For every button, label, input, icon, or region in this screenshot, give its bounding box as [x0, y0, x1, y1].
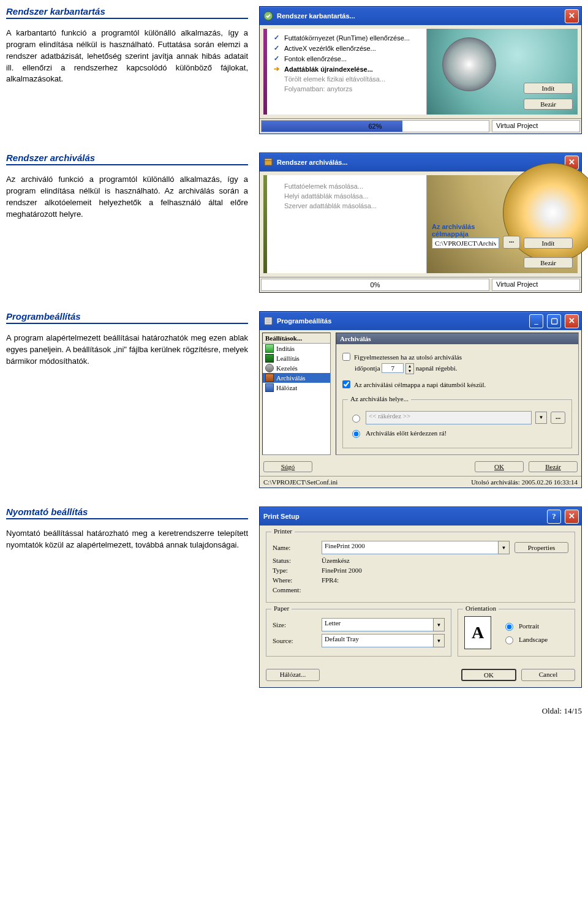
chevron-down-icon[interactable]: ▼ [498, 541, 510, 554]
section-maintenance: Rendszer karbantartás A karbantartó funk… [6, 6, 582, 134]
statusbar: C:\VPROJECT\SetConf.ini Utolsó archiválá… [260, 476, 581, 488]
start-button[interactable]: Indít [524, 238, 573, 249]
paper-source-select[interactable]: Default Tray ▼ [322, 634, 445, 647]
list-item: Szerver adattáblák másolása... [267, 201, 426, 211]
tree-item-start[interactable]: Indítás [263, 344, 330, 353]
path-input[interactable] [432, 238, 499, 249]
chevron-down-icon[interactable]: ▼ [433, 618, 445, 631]
archive-icon [265, 374, 274, 382]
close-icon[interactable]: ✕ [565, 9, 579, 23]
archive-window: Rendszer archiválás... ✕ Futtatóelemek m… [259, 153, 582, 293]
group-legend: Paper [271, 605, 292, 612]
paper-group: Paper Size: Letter ▼ Source: Default Tra [266, 609, 451, 657]
start-button[interactable]: Indít [524, 83, 573, 94]
radio-fixed[interactable] [352, 415, 360, 423]
ok-button[interactable]: OK [461, 669, 516, 681]
list-item: Futtatóelemek másolása... [267, 181, 426, 191]
maximize-icon[interactable]: ▢ [547, 314, 561, 328]
close-button[interactable]: Bezár [529, 461, 578, 472]
paper-size-select[interactable]: Letter ▼ [322, 618, 445, 631]
ok-button[interactable]: OK [475, 461, 524, 472]
body-settings: A program alapértelmezett beállításai ha… [6, 333, 248, 367]
tree-item-manage[interactable]: Kezelés [263, 363, 330, 373]
printer-where: FPR4: [322, 576, 339, 584]
radio-landscape[interactable] [505, 636, 513, 644]
illustration-panel: Indít Bezár [427, 29, 578, 115]
list-item: Helyi adattáblák másolása... [267, 191, 426, 201]
archive-location-group: Az archiválás helye... << rákérdez >> ▼ … [342, 399, 572, 448]
window-title: Rendszer archiválás... [277, 159, 348, 166]
group-legend: Az archiválás helye... [348, 395, 411, 402]
check-icon: ✓ [272, 34, 281, 42]
svg-rect-2 [265, 159, 272, 160]
disk-illustration [442, 37, 496, 91]
printer-status: Üzemkész [322, 557, 350, 564]
browse-button[interactable]: ... [503, 236, 520, 249]
status-path: C:\VPROJECT\SetConf.ini [263, 478, 337, 486]
heading-maintenance: Rendszer karbantartás [6, 6, 248, 19]
browse-button[interactable]: ... [551, 412, 565, 424]
close-button[interactable]: Bezár [524, 257, 573, 268]
location-select[interactable]: << rákérdez >> [366, 411, 532, 424]
cancel-button[interactable]: Cancel [521, 669, 575, 681]
tree-item-network[interactable]: Hálózat [263, 383, 330, 393]
heading-print: Nyomtató beállítás [6, 507, 248, 519]
status-last-archive: Utolsó archiválás: 2005.02.26 16:33:14 [471, 478, 578, 486]
start-icon [265, 344, 274, 353]
page-footer: Oldal: 14/15 [6, 706, 582, 716]
window-title: Rendszer karbantartás... [277, 12, 355, 20]
orientation-preview: A [464, 616, 491, 649]
print-setup-window: Print Setup ? ✕ Printer Name: FinePrint … [259, 507, 582, 688]
progress-bar: 62% [261, 120, 489, 132]
tree-header: Beállítások... [263, 333, 330, 344]
days-input[interactable] [382, 363, 404, 373]
spinner-icon[interactable]: ▴▾ [405, 363, 414, 374]
list-item: ✓ActiveX vezérlők ellenőrzése... [267, 43, 426, 53]
close-icon[interactable]: ✕ [565, 314, 579, 328]
task-list: Futtatóelemek másolása... Helyi adattábl… [267, 175, 427, 273]
window-icon [263, 11, 273, 21]
network-button[interactable]: Hálózat... [266, 669, 320, 681]
titlebar[interactable]: Rendszer karbantartás... ✕ [260, 7, 581, 25]
chevron-down-icon[interactable]: ▼ [433, 634, 445, 647]
tree-item-stop[interactable]: Leállítás [263, 353, 330, 363]
warn-checkbox[interactable] [342, 353, 350, 361]
close-icon[interactable]: ✕ [565, 510, 579, 524]
check-icon: ✓ [272, 44, 281, 52]
properties-button[interactable]: Properties [514, 542, 568, 553]
tree-item-archive[interactable]: Archiválás [263, 373, 330, 383]
section-print: Nyomtató beállítás Nyomtató beállítással… [6, 507, 582, 688]
maintenance-window: Rendszer karbantartás... ✕ ✓Futtatókörny… [259, 6, 582, 134]
settings-tree[interactable]: Beállítások... Indítás Leállítás Kezelés… [262, 333, 331, 455]
minimize-icon[interactable]: _ [529, 314, 543, 328]
settings-window: Programbeállítás _ ▢ ✕ Beállítások... In… [259, 311, 582, 488]
body-print: Nyomtató beállítással határozható meg a … [6, 528, 248, 551]
titlebar[interactable]: Print Setup ? ✕ [260, 507, 581, 526]
close-button[interactable]: Bezár [524, 99, 573, 110]
list-item-progress: Folyamatban: anytorzs [267, 84, 426, 94]
window-icon [263, 316, 273, 326]
settings-panel: Archiválás Figyelmeztessen ha az utolsó … [336, 333, 579, 455]
heading-archive: Rendszer archiválás [6, 153, 248, 165]
radio-portrait[interactable] [505, 623, 513, 631]
help-button[interactable]: Súgó [263, 461, 312, 472]
progress-bar: 0% [261, 279, 489, 291]
printer-name-select[interactable]: FinePrint 2000 ▼ [322, 541, 510, 554]
titlebar[interactable]: Programbeállítás _ ▢ ✕ [260, 312, 581, 330]
check-icon: ✓ [272, 55, 281, 62]
section-settings: Programbeállítás A program alapértelmeze… [6, 311, 582, 488]
task-list: ✓Futtatókörnyezet (RunTime) ellenőrzése.… [267, 29, 427, 115]
radio-ask[interactable] [352, 430, 360, 438]
help-icon[interactable]: ? [547, 510, 561, 524]
datefolder-checkbox[interactable] [342, 380, 350, 388]
heading-settings: Programbeállítás [6, 311, 248, 324]
warn-checkbox-row: Figyelmeztessen ha az utolsó archiválás [342, 353, 462, 361]
illustration-panel: Az archiválás célmappája ... Indít Bezár [427, 175, 578, 273]
statusbar: 0% Virtual Project [260, 277, 581, 292]
progress-percent: 62% [368, 122, 382, 130]
chevron-down-icon[interactable]: ▼ [535, 412, 547, 424]
window-title: Programbeállítás [277, 317, 331, 325]
group-legend: Printer [271, 527, 295, 535]
window-icon [263, 157, 273, 167]
list-item: ✓Futtatókörnyezet (RunTime) ellenőrzése.… [267, 32, 426, 43]
